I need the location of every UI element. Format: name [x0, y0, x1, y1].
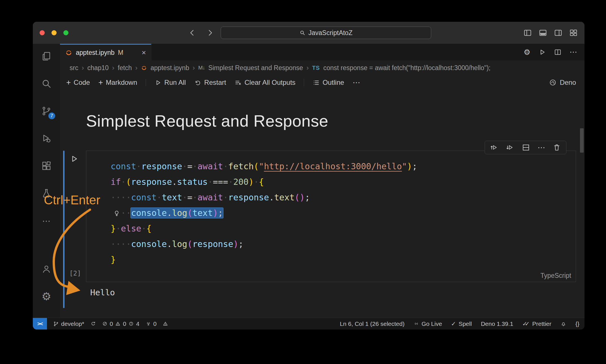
- plus-icon: +: [98, 79, 103, 86]
- forward-icon[interactable]: [206, 29, 214, 37]
- execute-above-icon[interactable]: [490, 143, 498, 152]
- code-line[interactable]: }·else·{: [111, 221, 417, 236]
- notebook-settings-gear-icon[interactable]: ⚙: [524, 48, 530, 57]
- breadcrumb-chap10[interactable]: chap10: [87, 64, 109, 72]
- explorer-icon[interactable]: [38, 48, 55, 65]
- remote-indicator[interactable]: ><: [33, 318, 47, 330]
- status-bar: >< develop* 0 0 4 0 Ln 6, Col 1 (26 sele…: [33, 318, 584, 330]
- cursor-position[interactable]: Ln 6, Col 1 (26 selected): [340, 320, 405, 327]
- deno-version-status[interactable]: Deno 1.39.1: [481, 320, 513, 327]
- add-code-cell-button[interactable]: +Code: [66, 79, 90, 86]
- vscode-window: JavaScriptAtoZ 7 ⋯ ⚙: [33, 22, 584, 330]
- git-branch-icon: [53, 321, 59, 327]
- run-all-button[interactable]: Run All: [154, 79, 186, 86]
- run-all-icon: [154, 79, 162, 86]
- execute-below-icon[interactable]: [506, 143, 514, 152]
- split-editor-icon[interactable]: [554, 48, 562, 56]
- lightbulb-icon[interactable]: [111, 207, 122, 218]
- sync-changes-button[interactable]: [91, 321, 96, 326]
- search-sidebar-icon[interactable]: [38, 75, 55, 92]
- code-cell[interactable]: const·response·=·await·fetch("http://loc…: [86, 151, 576, 282]
- breadcrumb-statement[interactable]: const response = await fetch("http://loc…: [323, 64, 491, 72]
- errors-icon: [102, 321, 108, 326]
- main-area: apptest.ipynb M × ⚙ ⋯ src › chap10 › fet…: [60, 44, 584, 318]
- back-icon[interactable]: [188, 29, 196, 37]
- minimize-window-button[interactable]: [51, 30, 57, 35]
- breadcrumb-file[interactable]: apptest.ipynb: [151, 64, 189, 72]
- cell-language-picker[interactable]: TypeScript: [540, 272, 571, 280]
- titlebar: JavaScriptAtoZ: [33, 22, 584, 44]
- split-cell-icon[interactable]: [522, 143, 530, 152]
- history-nav: [188, 22, 214, 44]
- warning-icon: [163, 321, 168, 326]
- close-tab-icon[interactable]: ×: [142, 49, 146, 56]
- layout-controls: [523, 22, 578, 44]
- toolbar-divider: [304, 79, 304, 86]
- kernel-picker[interactable]: Deno: [549, 79, 584, 86]
- notebook-editor: Simplest Request and Response const·resp…: [60, 90, 584, 318]
- radio-tower-status[interactable]: 0: [146, 320, 157, 327]
- remote-icon: ><: [37, 321, 42, 327]
- markdown-symbol-icon: M↓: [198, 65, 205, 71]
- run-all-icon[interactable]: [538, 48, 546, 56]
- code-line[interactable]: }: [111, 252, 417, 267]
- toggle-secondary-sidebar-icon[interactable]: [554, 29, 562, 37]
- tab-label: apptest.ipynb: [76, 49, 115, 57]
- toolbar-more-icon[interactable]: ⋯: [353, 79, 360, 86]
- toolbar-divider: [146, 79, 146, 86]
- radio-tower-icon: [146, 321, 151, 326]
- source-control-icon[interactable]: 7: [38, 103, 55, 120]
- settings-gear-icon[interactable]: ⚙: [38, 288, 55, 305]
- problems-status[interactable]: 0 0 4: [102, 320, 139, 327]
- output-menu-icon[interactable]: ⋯: [71, 284, 80, 294]
- jupyter-notebook-icon: [141, 65, 147, 71]
- extensions-icon[interactable]: [38, 157, 55, 174]
- code-area[interactable]: const·response·=·await·fetch("http://loc…: [111, 159, 417, 267]
- brackets-icon[interactable]: {}: [575, 320, 579, 327]
- customize-layout-icon[interactable]: [569, 29, 578, 37]
- deno-icon: [549, 79, 556, 86]
- delete-cell-icon[interactable]: [553, 143, 561, 152]
- go-live-button[interactable]: Go Live: [414, 320, 442, 327]
- run-cell-button[interactable]: [70, 154, 79, 163]
- add-markdown-cell-button[interactable]: +Markdown: [98, 79, 137, 86]
- toggle-sidebar-icon[interactable]: [523, 29, 532, 37]
- screenshot-root: JavaScriptAtoZ 7 ⋯ ⚙: [0, 0, 606, 364]
- prettier-status[interactable]: ✓✓Prettier: [522, 320, 551, 327]
- clear-all-outputs-button[interactable]: Clear All Outputs: [235, 79, 295, 86]
- code-line[interactable]: ····const·text·=·await·response.text();: [111, 190, 417, 205]
- clear-outputs-icon: [235, 79, 242, 86]
- command-center-search[interactable]: JavaScriptAtoZ: [221, 27, 431, 39]
- more-views-icon[interactable]: ⋯: [38, 212, 55, 229]
- warning-status[interactable]: [163, 321, 168, 326]
- execution-count: [2]: [69, 270, 81, 277]
- cell-more-actions-icon[interactable]: ⋯: [538, 144, 545, 151]
- workspace-title: JavaScriptAtoZ: [308, 29, 353, 37]
- tab-apptest-ipynb[interactable]: apptest.ipynb M ×: [60, 44, 151, 60]
- breadcrumb-src[interactable]: src: [70, 64, 78, 72]
- bell-icon[interactable]: [560, 321, 566, 327]
- restart-icon: [194, 79, 201, 86]
- code-line[interactable]: ····console.log(text);: [111, 205, 417, 221]
- restart-button[interactable]: Restart: [194, 79, 226, 86]
- account-icon[interactable]: [38, 261, 55, 278]
- zoom-window-button[interactable]: [63, 30, 68, 35]
- breadcrumb: src › chap10 › fetch › apptest.ipynb › M…: [60, 60, 584, 75]
- activity-bar: 7 ⋯ ⚙: [33, 44, 60, 318]
- outline-button[interactable]: Outline: [313, 79, 344, 86]
- run-debug-icon[interactable]: [38, 130, 55, 147]
- breadcrumb-fetch[interactable]: fetch: [118, 64, 132, 72]
- code-line[interactable]: ····console.log(response);: [111, 236, 417, 252]
- breadcrumb-section[interactable]: Simplest Request and Response: [208, 64, 303, 72]
- code-line[interactable]: const·response·=·await·fetch("http://loc…: [111, 159, 417, 174]
- plus-icon: +: [66, 79, 71, 86]
- editor-more-actions-icon[interactable]: ⋯: [570, 48, 577, 56]
- git-branch-status[interactable]: develop*: [53, 320, 84, 327]
- scrollbar-thumb[interactable]: [580, 128, 584, 153]
- spell-checker-status[interactable]: ✓Spell: [451, 320, 472, 327]
- toggle-panel-icon[interactable]: [539, 29, 547, 37]
- close-window-button[interactable]: [40, 30, 45, 35]
- code-line[interactable]: if·(response.status·===·200)·{: [111, 174, 417, 190]
- jupyter-notebook-icon: [65, 49, 72, 56]
- check-icon: ✓: [451, 320, 456, 327]
